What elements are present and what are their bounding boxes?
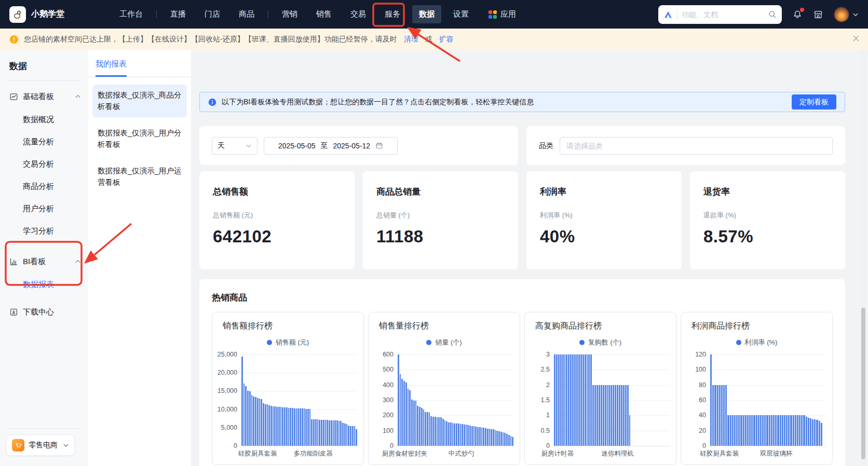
top-nav: 小鹅学堂 工作台 直播 门店 商品 营销 销售 交易 服务 数据 设置 应用 [0, 0, 868, 29]
date-range-picker[interactable]: 2025-05-05 至 2025-05-12 [264, 137, 398, 155]
warning-conjunction: 或 [425, 35, 432, 44]
x-axis: 厨房计时器迷你料理机 [554, 446, 670, 459]
calendar-icon [375, 142, 383, 149]
sidebar-item-traffic-analysis[interactable]: 流量分析 [0, 130, 88, 153]
chart-legend: 复购数 (个) [531, 338, 670, 347]
bar-series [554, 354, 630, 446]
nav-item-service[interactable]: 服务 [378, 5, 407, 23]
nav-item-live[interactable]: 直播 [164, 5, 193, 23]
chart-legend: 销量 (个) [375, 338, 513, 347]
expand-link[interactable]: 扩容 [439, 35, 454, 44]
report-item-goods-analysis[interactable]: 数据报表_仅演示_商品分析看板 [92, 85, 187, 117]
nav-item-settings[interactable]: 设置 [446, 5, 476, 23]
sidebar-title: 数据 [9, 60, 88, 72]
category-label: 品类 [539, 141, 553, 150]
category-select-input[interactable] [560, 137, 833, 155]
tab-my-reports[interactable]: 我的报表 [96, 59, 127, 77]
report-item-user-operation[interactable]: 数据报表_仅演示_用户运营看板 [92, 160, 187, 193]
nav-item-marketing[interactable]: 营销 [275, 5, 304, 23]
stat-title: 退货率 [703, 186, 832, 198]
sidebar-item-goods-analysis[interactable]: 商品分析 [0, 175, 88, 197]
chart-card-profit-ranking: 利润商品排行榜 利润率 (%) 120100806040200 硅胶厨具套装双层… [681, 312, 833, 465]
legend-label: 利润率 (%) [745, 338, 778, 347]
y-axis: 32.521.510.50 [531, 354, 554, 446]
close-icon [852, 35, 860, 42]
store-icon[interactable] [813, 9, 823, 20]
granularity-select[interactable]: 天 [212, 137, 257, 155]
sidebar-item-user-analysis[interactable]: 用户分析 [0, 197, 88, 220]
plot-area [554, 354, 670, 446]
close-banner-button[interactable] [852, 35, 860, 42]
granularity-value: 天 [218, 141, 225, 150]
sidebar-item-data-report[interactable]: 数据报表 [0, 273, 88, 295]
legend-label: 复购数 (个) [588, 338, 621, 347]
nav-item-apps[interactable]: 应用 [483, 5, 521, 23]
stat-title: 总销售额 [213, 186, 341, 198]
report-item-user-analysis[interactable]: 数据报表_仅演示_用户分析看板 [92, 122, 187, 155]
category-filter-card: 品类 [526, 126, 845, 165]
search-icon[interactable] [768, 10, 777, 19]
nav-item-trade[interactable]: 交易 [344, 5, 373, 23]
nav-item-data[interactable]: 数据 [412, 5, 441, 23]
chevron-up-icon [75, 258, 81, 265]
stat-value: 40% [540, 227, 668, 246]
stat-title: 商品总销量 [376, 186, 505, 198]
sidebar-bottom-divider [7, 428, 81, 429]
notification-badge [800, 8, 804, 12]
chart-title: 销售额排行榜 [223, 321, 357, 332]
stat-card-profit-rate: 利润率 利润率 (%) 40% [526, 171, 682, 269]
stat-card-total-volume: 商品总销量 总销量 (个) 11188 [363, 171, 518, 269]
sidebar-item-label: 下载中心 [23, 307, 54, 317]
sidebar-item-data-overview[interactable]: 数据概况 [0, 108, 88, 130]
report-list-panel: 我的报表 数据报表_仅演示_商品分析看板 数据报表_仅演示_用户分析看板 数据报… [88, 50, 191, 466]
sidebar-item-download-center[interactable]: 下载中心 [0, 300, 88, 323]
workspace-label: 零售电商 [29, 441, 58, 450]
sidebar-group-label: 基础看板 [23, 92, 54, 102]
clean-link[interactable]: 清理 [404, 35, 418, 44]
brand[interactable]: 小鹅学堂 [9, 6, 64, 23]
nav-item-goods[interactable]: 商品 [232, 5, 261, 23]
sidebar-item-trade-analysis[interactable]: 交易分析 [0, 153, 88, 175]
sidebar-item-learning-analysis[interactable]: 学习分析 [0, 220, 88, 242]
bar-chart-icon [9, 257, 18, 266]
global-search[interactable] [658, 5, 782, 24]
chart-title: 利润商品排行榜 [691, 321, 826, 332]
stat-value: 642102 [213, 227, 341, 246]
assistant-logo-icon [663, 10, 673, 19]
stat-value: 8.57% [703, 227, 832, 246]
bar-series [241, 354, 357, 446]
customize-dashboard-button[interactable]: 定制看板 [792, 94, 836, 109]
sidebar-group-basic-dashboard[interactable]: 基础看板 [0, 85, 88, 108]
storage-warning-banner: 您店铺的素材空间已达上限，【上传】【在线设计】【回收站-还原】【班课、直播回放使… [0, 29, 868, 50]
chart-card-repurchase-ranking: 高复购商品排行榜 复购数 (个) 32.521.510.50 厨房计时器迷你料理… [524, 312, 676, 465]
report-list: 数据报表_仅演示_商品分析看板 数据报表_仅演示_用户分析看板 数据报表_仅演示… [88, 77, 191, 193]
nav-item-sales[interactable]: 销售 [309, 5, 338, 23]
sidebar-group-bi-dashboard[interactable]: BI看板 [0, 250, 88, 273]
apps-grid-icon [489, 10, 497, 19]
stats-row: 总销售额 总销售额 (元) 642102 商品总销量 总销量 (个) 11188… [199, 171, 845, 269]
stat-card-return-rate: 退货率 退款率 (%) 8.57% [690, 171, 845, 269]
filter-row: 天 2025-05-05 至 2025-05-12 品类 [199, 126, 845, 165]
info-banner: 以下为BI看板体验专用测试数据；想让您的数据一目了然？点击右侧定制看板，轻松掌控… [199, 92, 845, 112]
user-menu[interactable] [834, 7, 859, 22]
bar-series [398, 354, 513, 446]
date-filter-card: 天 2025-05-05 至 2025-05-12 [199, 126, 518, 165]
x-axis: 硅胶厨具套装双层玻璃杯 [710, 446, 826, 459]
search-input[interactable] [682, 10, 764, 19]
workspace-switcher[interactable]: 零售电商 [6, 435, 75, 456]
report-tabs: 我的报表 [88, 59, 191, 77]
page-scrollbar-thumb[interactable] [861, 308, 865, 459]
chevron-down-icon [246, 143, 252, 149]
chart-card-sales-amount-ranking: 销售额排行榜 销售额 (元) 25,00020,00015,00010,0005… [212, 312, 364, 465]
legend-dot-icon [426, 340, 431, 345]
legend-dot-icon [579, 340, 585, 345]
stat-value: 11188 [376, 227, 505, 246]
page: { "colors": { "accent": "#3370ff", "bar"… [0, 0, 868, 466]
notifications-button[interactable] [792, 9, 803, 20]
brand-logo-icon [9, 6, 26, 23]
nav-item-workbench[interactable]: 工作台 [113, 5, 150, 23]
date-end: 2025-05-12 [333, 142, 371, 150]
sidebar-group-label: BI看板 [23, 257, 46, 267]
apps-label: 应用 [500, 9, 516, 19]
nav-item-shop[interactable]: 门店 [198, 5, 227, 23]
